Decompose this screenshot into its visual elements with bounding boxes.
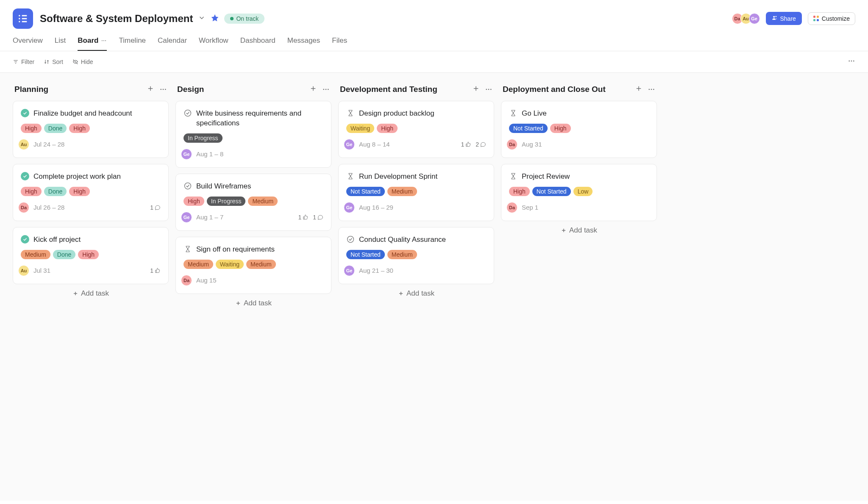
check-open-icon[interactable] (184, 182, 192, 190)
column-title[interactable]: Development and Testing (340, 85, 437, 94)
assignee-avatar[interactable]: Da (506, 139, 517, 150)
column-title[interactable]: Design (177, 85, 204, 94)
add-task-button[interactable]: Add task (501, 221, 657, 240)
assignee-avatar[interactable]: Ge (344, 265, 355, 276)
task-card[interactable]: Run Development SprintNot StartedMediumG… (338, 164, 494, 221)
tag[interactable]: Low (573, 187, 593, 196)
tab-more-icon[interactable] (101, 38, 107, 44)
column-more-icon[interactable] (159, 86, 167, 93)
tag[interactable]: High (509, 187, 530, 196)
check-open-icon[interactable] (184, 109, 192, 117)
assignee-avatar[interactable]: Da (18, 202, 29, 213)
tag[interactable]: In Progress (184, 133, 223, 143)
check-done-icon[interactable] (21, 109, 29, 117)
tag[interactable]: In Progress (207, 197, 246, 206)
tab-timeline[interactable]: Timeline (119, 36, 146, 51)
tag[interactable]: High (550, 124, 571, 133)
project-title[interactable]: Software & System Deployment (40, 13, 193, 25)
like-counter[interactable]: 1 (298, 214, 309, 221)
tab-overview[interactable]: Overview (13, 36, 43, 51)
assignee-avatar[interactable]: Ge (181, 149, 192, 160)
avatar[interactable]: Ge (749, 13, 760, 24)
filter-button[interactable]: Filter (13, 58, 34, 65)
comment-counter[interactable]: 2 (476, 141, 486, 148)
tag[interactable]: Done (44, 124, 67, 133)
assignee-avatar[interactable]: Da (506, 202, 517, 213)
tag[interactable]: Medium (387, 187, 417, 196)
check-done-icon[interactable] (21, 172, 29, 180)
comment-counter[interactable]: 1 (150, 204, 161, 211)
column-more-icon[interactable] (648, 86, 655, 93)
assignee-avatar[interactable]: Au (18, 265, 29, 276)
add-card-icon[interactable] (472, 85, 480, 94)
assignee-avatar[interactable]: Da (181, 275, 192, 286)
check-open-icon[interactable] (346, 235, 355, 244)
tag[interactable]: Medium (387, 250, 417, 259)
like-counter[interactable]: 1 (461, 141, 471, 148)
task-card[interactable]: Finalize budget and headcountHighDoneHig… (13, 101, 169, 158)
status-badge[interactable]: On track (224, 14, 264, 24)
task-card[interactable]: Sign off on requirementsMediumWaitingMed… (175, 237, 331, 294)
tag[interactable]: Not Started (346, 187, 385, 196)
tab-board[interactable]: Board (78, 36, 107, 51)
assignee-avatar[interactable]: Ge (181, 212, 192, 223)
customize-button[interactable]: Customize (808, 12, 855, 25)
tag[interactable]: Medium (248, 197, 278, 206)
task-card[interactable]: Kick off projectMediumDoneHighAuJul 311 (13, 227, 169, 284)
task-card[interactable]: Complete project work planHighDoneHighDa… (13, 164, 169, 221)
tag[interactable]: High (377, 124, 398, 133)
tag[interactable]: Not Started (532, 187, 571, 196)
more-icon[interactable] (848, 57, 855, 66)
star-icon[interactable] (211, 14, 219, 24)
task-card[interactable]: Project ReviewHighNot StartedLowDaSep 1 (501, 164, 657, 221)
tag[interactable]: High (69, 187, 90, 196)
tag[interactable]: Not Started (509, 124, 548, 133)
share-button[interactable]: Share (766, 12, 802, 25)
add-task-button[interactable]: Add task (13, 284, 169, 303)
comment-counter[interactable]: 1 (313, 214, 323, 221)
add-task-button[interactable]: Add task (338, 284, 494, 303)
tab-calendar[interactable]: Calendar (158, 36, 187, 51)
column-more-icon[interactable] (485, 86, 492, 93)
task-card[interactable]: Write business requirements and specific… (175, 101, 331, 168)
tag[interactable]: High (69, 124, 90, 133)
tag[interactable]: Medium (246, 260, 276, 269)
add-card-icon[interactable] (309, 85, 317, 94)
column-more-icon[interactable] (322, 86, 330, 93)
tab-workflow[interactable]: Workflow (199, 36, 228, 51)
assignee-avatar[interactable]: Au (18, 139, 29, 150)
column-title[interactable]: Deployment and Close Out (503, 85, 606, 94)
tag[interactable]: Waiting (346, 124, 374, 133)
tag[interactable]: High (184, 197, 204, 206)
add-card-icon[interactable] (147, 85, 154, 94)
add-card-icon[interactable] (635, 85, 643, 94)
task-card[interactable]: Design product backlogWaitingHighGeAug 8… (338, 101, 494, 158)
member-avatars[interactable]: DaAuGe (732, 13, 760, 24)
check-done-icon[interactable] (21, 235, 29, 244)
tab-files[interactable]: Files (332, 36, 347, 51)
project-icon[interactable] (13, 8, 33, 29)
add-task-button[interactable]: Add task (175, 294, 331, 313)
tag[interactable]: Done (44, 187, 67, 196)
tag[interactable]: Medium (184, 260, 213, 269)
chevron-down-icon[interactable] (198, 14, 206, 23)
tag[interactable]: High (78, 250, 99, 259)
task-card[interactable]: Conduct Quality AssuranceNot StartedMedi… (338, 227, 494, 284)
tab-list[interactable]: List (55, 36, 66, 51)
column-title[interactable]: Planning (14, 85, 48, 94)
tag[interactable]: High (21, 124, 42, 133)
tag[interactable]: High (21, 187, 42, 196)
tag[interactable]: Medium (21, 250, 50, 259)
hide-button[interactable]: Hide (72, 58, 93, 65)
tag[interactable]: Waiting (216, 260, 244, 269)
assignee-avatar[interactable]: Ge (344, 202, 355, 213)
tag[interactable]: Done (53, 250, 75, 259)
tab-messages[interactable]: Messages (287, 36, 320, 51)
like-counter[interactable]: 1 (150, 267, 161, 274)
tab-dashboard[interactable]: Dashboard (240, 36, 275, 51)
assignee-avatar[interactable]: Ge (344, 139, 355, 150)
task-card[interactable]: Build WireframesHighIn ProgressMediumGeA… (175, 174, 331, 231)
task-card[interactable]: Go LiveNot StartedHighDaAug 31 (501, 101, 657, 158)
sort-button[interactable]: Sort (44, 58, 63, 65)
tag[interactable]: Not Started (346, 250, 385, 259)
